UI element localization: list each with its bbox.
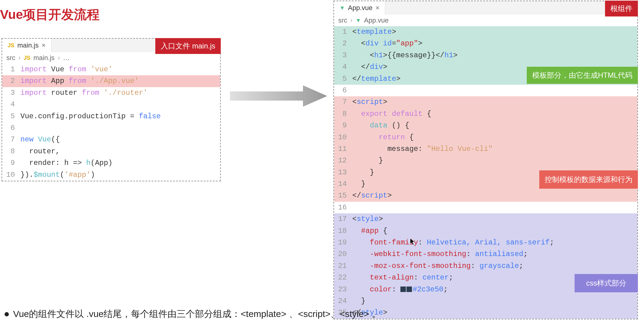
breadcrumb-right[interactable]: src › ▼ App.vue — [334, 15, 637, 26]
badge-entry-file: 入口文件 main.js — [155, 38, 221, 54]
code-token: = — [392, 39, 396, 48]
code-token: : — [418, 145, 422, 153]
code-line[interactable]: 1import Vue from 'vue' — [2, 64, 220, 75]
code-token: ; — [523, 250, 528, 258]
code-line[interactable]: 6 — [334, 85, 637, 96]
line-number: 15 — [334, 190, 352, 201]
code-token: '#app' — [64, 171, 90, 179]
code-line[interactable]: 8 export default { — [334, 108, 637, 120]
bullet-note: Vue的组件文件以 .vue结尾，每个组件由三个部分组成：<template> … — [5, 308, 381, 320]
line-content: <style> — [352, 213, 637, 225]
code-token: ) — [108, 159, 112, 167]
line-number: 22 — [334, 272, 352, 283]
line-content: import router from './router' — [20, 87, 220, 99]
code-line[interactable]: 1<template> — [334, 26, 637, 38]
code-line[interactable]: 12 } — [334, 155, 637, 166]
code-line[interactable]: 9 data () { — [334, 120, 637, 131]
code-token: h1 — [444, 51, 453, 59]
tab-appvue[interactable]: ▼ App.vue × — [334, 1, 385, 15]
code-token: h — [86, 159, 90, 167]
line-content: data () { — [352, 120, 637, 131]
code-line[interactable]: 19 font-family: Helvetica, Arial, sans-s… — [334, 237, 637, 248]
line-number: 11 — [334, 143, 352, 155]
code-token: div — [365, 39, 378, 48]
code-token: data — [370, 121, 388, 130]
code-area-left[interactable]: 1import Vue from 'vue'2import App from '… — [2, 64, 220, 181]
line-content: new Vue({ — [20, 134, 220, 145]
code-line[interactable]: 2 <div id="app"> — [334, 38, 637, 49]
code-token: } — [361, 180, 365, 188]
tab-label: App.vue — [348, 4, 373, 12]
code-line[interactable]: 10 return { — [334, 132, 637, 143]
code-line[interactable]: 7new Vue({ — [2, 134, 220, 145]
code-token: './router' — [104, 89, 148, 97]
code-token: : — [414, 273, 418, 282]
code-line[interactable]: 18 #app { — [334, 225, 637, 237]
code-line[interactable]: 17<style> — [334, 213, 637, 225]
breadcrumb-root: src — [338, 16, 347, 24]
breadcrumb-trail: … — [63, 54, 70, 62]
line-number: 4 — [334, 61, 352, 73]
code-line[interactable]: 21 -moz-osx-font-smoothing: grayscale; — [334, 260, 637, 272]
line-content — [20, 99, 220, 110]
code-line[interactable]: 16 — [334, 202, 637, 213]
code-token: false — [139, 112, 161, 120]
code-line[interactable]: 11 message: "Hello Vue-cli" — [334, 143, 637, 155]
code-line[interactable]: 20 -webkit-font-smoothing: antialiased; — [334, 248, 637, 260]
code-token: script — [361, 191, 387, 200]
line-content: </style> — [352, 307, 637, 319]
code-token: > — [418, 39, 422, 48]
code-line[interactable]: 3 <h1>{{message}}</h1> — [334, 50, 637, 61]
code-line[interactable]: 9 render: h => h(App) — [2, 157, 220, 169]
line-number: 3 — [334, 50, 352, 61]
line-content: export default { — [352, 108, 637, 120]
code-token: ; — [443, 285, 448, 294]
code-token: > — [387, 191, 392, 200]
breadcrumb-root: src — [6, 54, 15, 62]
code-line[interactable]: 4 — [2, 99, 220, 110]
line-number: 10 — [334, 132, 352, 143]
line-number: 1 — [2, 64, 20, 75]
code-token: grayscale — [480, 262, 519, 270]
code-token: . — [64, 112, 69, 120]
code-line[interactable]: 10}).$mount('#app') — [2, 169, 220, 181]
code-line[interactable]: 8 router, — [2, 146, 220, 157]
color-swatch-icon — [406, 287, 412, 292]
code-token: > — [383, 308, 387, 317]
code-line[interactable]: 5Vue.config.productionTip = false — [2, 111, 220, 122]
js-file-icon: JS — [24, 55, 30, 61]
code-line[interactable]: 24 } — [334, 295, 637, 307]
code-line[interactable]: 2import App from './App.vue' — [2, 75, 220, 87]
tab-mainjs[interactable]: JS main.js × — [2, 39, 51, 52]
line-number: 3 — [2, 87, 20, 99]
line-content: import Vue from 'vue' — [20, 64, 220, 75]
code-token: { — [427, 110, 431, 118]
code-line[interactable]: 6 — [2, 122, 220, 134]
line-content: <h1>{{message}}</h1> — [352, 50, 637, 61]
badge-root-component: 根组件 — [605, 1, 638, 16]
chevron-right-icon: › — [58, 54, 60, 62]
code-token: { — [383, 227, 387, 235]
code-token: template — [361, 75, 396, 83]
code-token: 'vue' — [90, 65, 112, 73]
chevron-right-icon: › — [350, 16, 352, 24]
code-token: ) — [90, 171, 95, 179]
line-content: } — [352, 295, 637, 307]
code-line[interactable]: 3import router from './router' — [2, 87, 220, 99]
code-token: Vue — [20, 112, 33, 120]
close-icon[interactable]: × — [42, 41, 46, 49]
code-token: import — [20, 77, 47, 85]
close-icon[interactable]: × — [376, 4, 380, 12]
code-token: $mount — [33, 171, 60, 179]
line-number: 5 — [2, 111, 20, 122]
code-line[interactable]: 15</script> — [334, 190, 637, 201]
code-token: antialiased — [475, 250, 523, 258]
line-number: 12 — [334, 155, 352, 166]
code-token: ; — [550, 238, 554, 247]
code-token: } — [378, 156, 383, 165]
line-content — [20, 122, 220, 134]
code-line[interactable]: 7<script> — [334, 96, 637, 108]
line-number: 8 — [334, 108, 352, 120]
code-token: ( — [90, 159, 95, 167]
line-number: 5 — [334, 73, 352, 85]
